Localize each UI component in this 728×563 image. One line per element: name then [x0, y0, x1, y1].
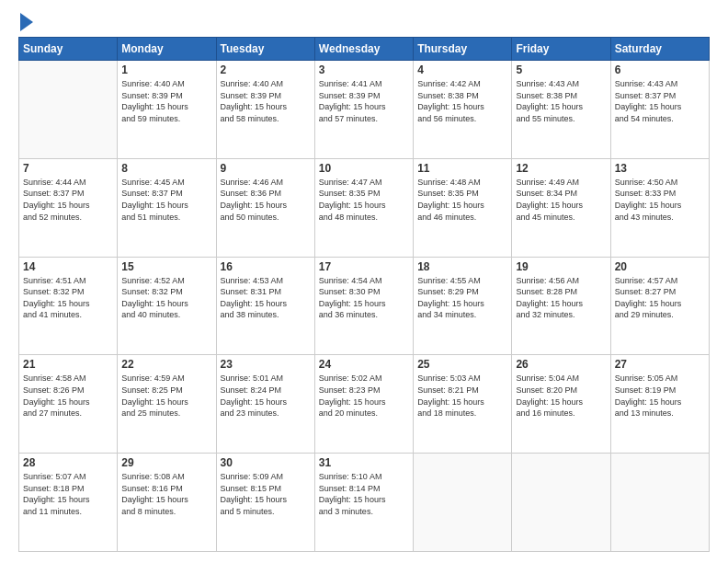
day-info: Sunrise: 4:40 AMSunset: 8:39 PMDaylight:… [121, 78, 211, 124]
calendar-cell: 12Sunrise: 4:49 AMSunset: 8:34 PMDayligh… [512, 158, 610, 257]
calendar-header-friday: Friday [512, 38, 610, 61]
calendar-header-wednesday: Wednesday [314, 38, 413, 61]
calendar-cell: 23Sunrise: 5:01 AMSunset: 8:24 PMDayligh… [216, 355, 314, 454]
day-number: 6 [615, 63, 705, 76]
calendar-cell: 7Sunrise: 4:44 AMSunset: 8:37 PMDaylight… [19, 158, 118, 257]
day-number: 15 [121, 260, 211, 273]
calendar-cell: 20Sunrise: 4:57 AMSunset: 8:27 PMDayligh… [610, 257, 709, 355]
logo-arrow-icon [20, 13, 33, 31]
day-number: 26 [516, 358, 606, 371]
calendar-cell [414, 454, 512, 552]
calendar-cell: 13Sunrise: 4:50 AMSunset: 8:33 PMDayligh… [610, 158, 709, 257]
calendar-header-row: SundayMondayTuesdayWednesdayThursdayFrid… [19, 38, 710, 61]
day-number: 9 [221, 162, 311, 175]
day-info: Sunrise: 4:46 AMSunset: 8:36 PMDaylight:… [221, 177, 311, 223]
day-info: Sunrise: 4:53 AMSunset: 8:31 PMDaylight:… [221, 275, 311, 321]
calendar-cell: 26Sunrise: 5:04 AMSunset: 8:20 PMDayligh… [512, 355, 610, 454]
day-number: 27 [615, 358, 705, 371]
day-number: 5 [516, 63, 606, 76]
day-info: Sunrise: 5:07 AMSunset: 8:18 PMDaylight:… [23, 471, 113, 517]
calendar-cell: 22Sunrise: 4:59 AMSunset: 8:25 PMDayligh… [118, 355, 216, 454]
calendar-cell: 21Sunrise: 4:58 AMSunset: 8:26 PMDayligh… [19, 355, 118, 454]
day-number: 21 [23, 358, 113, 371]
day-number: 20 [615, 260, 705, 273]
day-info: Sunrise: 4:41 AMSunset: 8:39 PMDaylight:… [319, 78, 409, 124]
day-number: 10 [319, 162, 409, 175]
calendar-table: SundayMondayTuesdayWednesdayThursdayFrid… [18, 37, 710, 552]
day-number: 23 [221, 358, 311, 371]
day-info: Sunrise: 4:58 AMSunset: 8:26 PMDaylight:… [23, 373, 113, 419]
day-info: Sunrise: 5:01 AMSunset: 8:24 PMDaylight:… [221, 373, 311, 419]
day-number: 12 [516, 162, 606, 175]
calendar-cell: 9Sunrise: 4:46 AMSunset: 8:36 PMDaylight… [216, 158, 314, 257]
day-number: 8 [121, 162, 211, 175]
calendar-header-monday: Monday [118, 38, 216, 61]
calendar-cell: 19Sunrise: 4:56 AMSunset: 8:28 PMDayligh… [512, 257, 610, 355]
day-info: Sunrise: 4:40 AMSunset: 8:39 PMDaylight:… [221, 78, 311, 124]
day-number: 22 [121, 358, 211, 371]
calendar-cell: 14Sunrise: 4:51 AMSunset: 8:32 PMDayligh… [19, 257, 118, 355]
day-number: 25 [417, 358, 507, 371]
day-info: Sunrise: 4:59 AMSunset: 8:25 PMDaylight:… [121, 373, 211, 419]
calendar-header-sunday: Sunday [19, 38, 118, 61]
logo [18, 15, 33, 31]
calendar-cell: 8Sunrise: 4:45 AMSunset: 8:37 PMDaylight… [118, 158, 216, 257]
day-number: 1 [121, 63, 211, 76]
calendar-header-saturday: Saturday [610, 38, 709, 61]
day-number: 30 [221, 456, 311, 469]
day-info: Sunrise: 4:43 AMSunset: 8:38 PMDaylight:… [516, 78, 606, 124]
day-info: Sunrise: 4:44 AMSunset: 8:37 PMDaylight:… [23, 177, 113, 223]
day-info: Sunrise: 4:52 AMSunset: 8:32 PMDaylight:… [121, 275, 211, 321]
calendar-cell: 3Sunrise: 4:41 AMSunset: 8:39 PMDaylight… [314, 61, 413, 159]
day-info: Sunrise: 4:42 AMSunset: 8:38 PMDaylight:… [417, 78, 507, 124]
day-info: Sunrise: 4:50 AMSunset: 8:33 PMDaylight:… [615, 177, 705, 223]
calendar-cell: 1Sunrise: 4:40 AMSunset: 8:39 PMDaylight… [118, 61, 216, 159]
day-number: 29 [121, 456, 211, 469]
day-number: 2 [221, 63, 311, 76]
day-info: Sunrise: 4:51 AMSunset: 8:32 PMDaylight:… [23, 275, 113, 321]
day-info: Sunrise: 5:02 AMSunset: 8:23 PMDaylight:… [319, 373, 409, 419]
day-number: 16 [221, 260, 311, 273]
day-info: Sunrise: 5:10 AMSunset: 8:14 PMDaylight:… [319, 471, 409, 517]
calendar-cell: 11Sunrise: 4:48 AMSunset: 8:35 PMDayligh… [414, 158, 512, 257]
day-number: 3 [319, 63, 409, 76]
calendar-week-4: 21Sunrise: 4:58 AMSunset: 8:26 PMDayligh… [19, 355, 710, 454]
calendar-cell [610, 454, 709, 552]
calendar-header-tuesday: Tuesday [216, 38, 314, 61]
page: SundayMondayTuesdayWednesdayThursdayFrid… [0, 0, 728, 563]
calendar-cell: 2Sunrise: 4:40 AMSunset: 8:39 PMDaylight… [216, 61, 314, 159]
calendar-cell: 30Sunrise: 5:09 AMSunset: 8:15 PMDayligh… [216, 454, 314, 552]
day-info: Sunrise: 5:03 AMSunset: 8:21 PMDaylight:… [417, 373, 507, 419]
day-number: 4 [417, 63, 507, 76]
day-info: Sunrise: 5:09 AMSunset: 8:15 PMDaylight:… [221, 471, 311, 517]
calendar-cell: 17Sunrise: 4:54 AMSunset: 8:30 PMDayligh… [314, 257, 413, 355]
day-info: Sunrise: 4:56 AMSunset: 8:28 PMDaylight:… [516, 275, 606, 321]
day-number: 31 [319, 456, 409, 469]
calendar-cell: 10Sunrise: 4:47 AMSunset: 8:35 PMDayligh… [314, 158, 413, 257]
day-number: 19 [516, 260, 606, 273]
day-info: Sunrise: 4:48 AMSunset: 8:35 PMDaylight:… [417, 177, 507, 223]
day-number: 18 [417, 260, 507, 273]
calendar-cell: 5Sunrise: 4:43 AMSunset: 8:38 PMDaylight… [512, 61, 610, 159]
day-info: Sunrise: 5:05 AMSunset: 8:19 PMDaylight:… [615, 373, 705, 419]
calendar-cell [19, 61, 118, 159]
calendar-header-thursday: Thursday [414, 38, 512, 61]
calendar-week-3: 14Sunrise: 4:51 AMSunset: 8:32 PMDayligh… [19, 257, 710, 355]
calendar-week-1: 1Sunrise: 4:40 AMSunset: 8:39 PMDaylight… [19, 61, 710, 159]
calendar-week-5: 28Sunrise: 5:07 AMSunset: 8:18 PMDayligh… [19, 454, 710, 552]
day-number: 7 [23, 162, 113, 175]
calendar-cell: 25Sunrise: 5:03 AMSunset: 8:21 PMDayligh… [414, 355, 512, 454]
day-info: Sunrise: 4:49 AMSunset: 8:34 PMDaylight:… [516, 177, 606, 223]
day-number: 14 [23, 260, 113, 273]
calendar-cell: 31Sunrise: 5:10 AMSunset: 8:14 PMDayligh… [314, 454, 413, 552]
day-info: Sunrise: 4:57 AMSunset: 8:27 PMDaylight:… [615, 275, 705, 321]
day-info: Sunrise: 4:45 AMSunset: 8:37 PMDaylight:… [121, 177, 211, 223]
calendar-cell: 4Sunrise: 4:42 AMSunset: 8:38 PMDaylight… [414, 61, 512, 159]
day-number: 13 [615, 162, 705, 175]
day-info: Sunrise: 4:43 AMSunset: 8:37 PMDaylight:… [615, 78, 705, 124]
day-number: 24 [319, 358, 409, 371]
header [18, 15, 710, 31]
calendar-cell: 27Sunrise: 5:05 AMSunset: 8:19 PMDayligh… [610, 355, 709, 454]
day-number: 17 [319, 260, 409, 273]
day-info: Sunrise: 4:47 AMSunset: 8:35 PMDaylight:… [319, 177, 409, 223]
